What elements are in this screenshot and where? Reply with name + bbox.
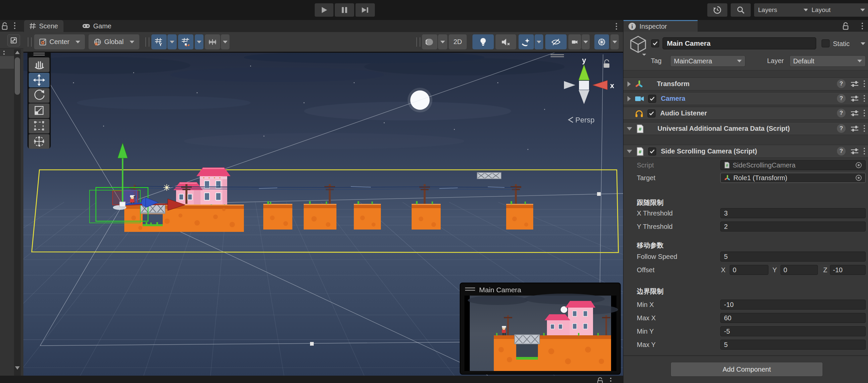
help-icon[interactable]: ? <box>837 124 846 133</box>
y-threshold-input[interactable]: 2 <box>720 221 866 232</box>
scene-visibility-button[interactable] <box>545 34 567 49</box>
object-picker-icon[interactable] <box>855 162 862 169</box>
draw-mode-button[interactable] <box>422 34 437 49</box>
toolbar-grip[interactable] <box>145 37 149 47</box>
target-object-field[interactable]: Role1 (Transform) <box>720 173 866 183</box>
vertical-scrollbar[interactable] <box>14 49 21 376</box>
component-row-audio-listener[interactable]: Audio Listener ? <box>623 107 868 120</box>
help-icon[interactable]: ? <box>837 147 846 155</box>
scroll-down-arrow[interactable] <box>15 366 20 370</box>
presets-icon[interactable] <box>850 125 859 133</box>
max-x-input[interactable]: 60 <box>720 313 866 323</box>
effects-dropdown[interactable] <box>534 34 543 49</box>
camera-preview-overlay[interactable]: Main Camera <box>460 283 620 374</box>
grid-visibility-dropdown[interactable] <box>167 34 177 49</box>
play-button[interactable] <box>315 3 334 17</box>
layer-dropdown[interactable]: Default <box>789 56 866 67</box>
panel-menu-icon[interactable] <box>14 22 16 29</box>
2d-mode-button[interactable]: 2D <box>449 34 467 49</box>
presets-icon[interactable] <box>850 95 859 102</box>
component-menu-icon[interactable] <box>864 95 865 102</box>
scroll-up-arrow[interactable] <box>15 51 20 54</box>
tool-handle-rotation-dropdown[interactable]: Global <box>89 34 139 49</box>
snap-increment-dropdown[interactable] <box>195 34 204 49</box>
gameobject-cube-icon[interactable] <box>629 35 648 56</box>
component-enabled-checkbox[interactable] <box>648 95 656 103</box>
snap-increment-button[interactable] <box>178 34 193 49</box>
scene-panel-menu-icon[interactable] <box>616 23 617 30</box>
lock-open-icon[interactable] <box>597 377 604 383</box>
gameobject-active-checkbox[interactable] <box>651 39 659 47</box>
panel-menu-icon[interactable] <box>610 378 612 383</box>
light-gizmo-icon[interactable] <box>163 184 170 191</box>
component-row-universal-camera-data[interactable]: # Universal Additional Camera Data (Scri… <box>623 122 868 135</box>
gizmo-center-cube[interactable] <box>579 81 589 90</box>
effects-button[interactable] <box>519 34 534 49</box>
pause-button[interactable] <box>335 3 354 17</box>
rect-tool-button[interactable] <box>29 119 50 134</box>
max-y-input[interactable]: 5 <box>720 340 866 350</box>
component-enabled-checkbox[interactable] <box>648 147 656 155</box>
script-object-field[interactable]: # SideScrollingCamera <box>720 160 866 170</box>
expand-arrow-icon[interactable] <box>627 96 631 101</box>
rotate-tool-button[interactable] <box>29 88 50 103</box>
lock-open-icon[interactable] <box>1 22 9 30</box>
tag-dropdown[interactable]: MainCamera <box>670 56 745 67</box>
lock-open-icon[interactable] <box>842 22 849 30</box>
component-menu-icon[interactable] <box>864 80 865 87</box>
frustum-handle[interactable] <box>597 192 601 196</box>
transform-tool-button[interactable] <box>29 134 50 149</box>
gizmos-button[interactable] <box>594 34 609 49</box>
component-row-side-scrolling-camera[interactable]: # Side Scrolling Camera (Script) ? <box>623 145 868 158</box>
draw-mode-dropdown[interactable] <box>438 34 447 49</box>
view-tool-button[interactable] <box>29 58 50 72</box>
version-control-button[interactable] <box>707 3 727 17</box>
component-enabled-checkbox[interactable] <box>648 109 655 117</box>
grid-visibility-button[interactable]: Y <box>151 34 167 49</box>
toolbar-grip[interactable] <box>416 37 420 47</box>
measure-tool-button[interactable] <box>205 34 220 49</box>
frustum-handle[interactable] <box>310 342 314 346</box>
search-button[interactable] <box>731 3 751 17</box>
collapse-arrow-icon[interactable] <box>627 150 632 153</box>
layout-dropdown[interactable]: Layout <box>808 3 868 17</box>
camera-settings-button[interactable] <box>568 34 581 49</box>
gizmos-dropdown[interactable] <box>611 34 619 49</box>
min-y-input[interactable]: -5 <box>720 326 866 336</box>
collapsed-selected-item[interactable] <box>0 56 14 69</box>
measure-tool-dropdown[interactable] <box>221 34 229 49</box>
add-component-button[interactable]: Add Component <box>671 362 823 377</box>
presets-icon[interactable] <box>850 109 859 117</box>
scale-tool-button[interactable] <box>29 103 50 118</box>
scene-audio-button[interactable] <box>495 34 516 49</box>
help-icon[interactable]: ? <box>837 94 846 103</box>
component-menu-icon[interactable] <box>864 125 865 132</box>
scene-lighting-button[interactable] <box>472 34 494 49</box>
component-menu-icon[interactable] <box>864 148 865 154</box>
static-checkbox[interactable] <box>822 39 830 47</box>
step-button[interactable] <box>355 3 375 17</box>
move-tool-button[interactable] <box>29 73 50 88</box>
component-row-camera[interactable]: Camera ? <box>623 92 868 105</box>
offset-y-input[interactable]: 0 <box>780 265 818 275</box>
object-picker-icon[interactable] <box>855 174 862 181</box>
static-dropdown-icon[interactable] <box>861 42 865 45</box>
gizmo-center-handle[interactable] <box>120 202 125 207</box>
tool-handle-pivot-dropdown[interactable]: Center <box>34 34 85 49</box>
presets-icon[interactable] <box>850 80 859 88</box>
expand-arrow-icon[interactable] <box>627 81 631 87</box>
inspector-menu-icon[interactable] <box>862 23 863 29</box>
min-x-input[interactable]: -10 <box>720 300 866 310</box>
gameobject-name-field[interactable]: Main Camera <box>662 37 816 49</box>
tab-inspector[interactable]: i Inspector <box>623 20 698 32</box>
scrollbar-thumb[interactable] <box>15 58 20 95</box>
toolbar-grip[interactable] <box>28 37 32 47</box>
offset-x-input[interactable]: 0 <box>730 265 769 275</box>
maximize-panel-button[interactable] <box>7 34 20 46</box>
collapse-arrow-icon[interactable] <box>627 127 632 131</box>
follow-speed-input[interactable]: 5 <box>720 251 866 262</box>
layers-dropdown[interactable]: Layers <box>754 3 812 17</box>
offset-z-input[interactable]: -10 <box>830 265 866 275</box>
component-menu-icon[interactable] <box>864 110 865 116</box>
camera-settings-dropdown[interactable] <box>582 34 590 49</box>
